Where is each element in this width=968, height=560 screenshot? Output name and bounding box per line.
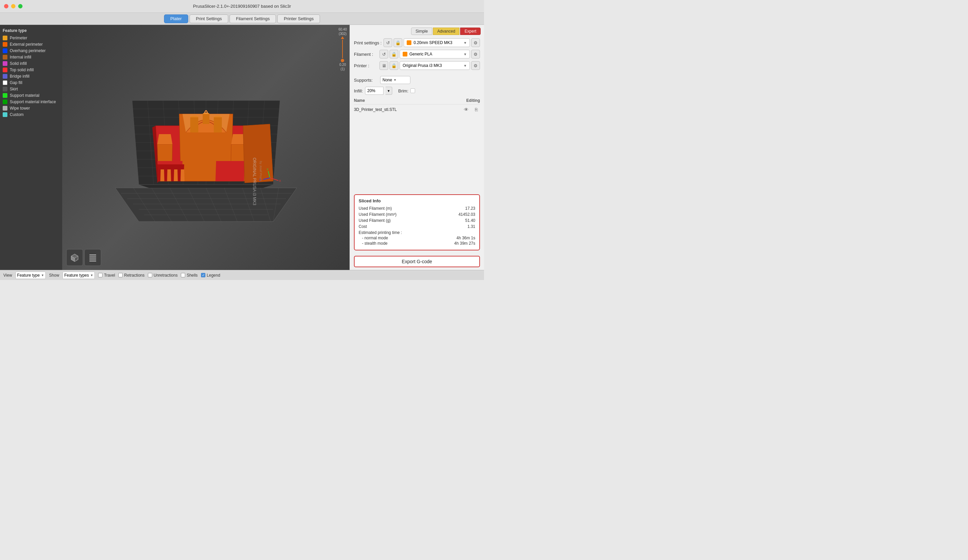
shells-checkbox-item[interactable]: Shells bbox=[181, 273, 197, 278]
viewport[interactable]: ORIGINAL PRUSA i3 MK3 by Josef Prusa X Y… bbox=[62, 25, 350, 270]
wipe-tower-color-swatch bbox=[3, 106, 7, 111]
brim-checkbox[interactable] bbox=[410, 88, 415, 93]
travel-checkbox-item[interactable]: Travel bbox=[98, 273, 115, 278]
filament-lock-icon[interactable]: 🔒 bbox=[390, 50, 398, 58]
scale-bottom-value: 0.20 bbox=[340, 63, 346, 66]
legend-item-skirt[interactable]: Skirt bbox=[3, 87, 60, 91]
eye-icon[interactable]: 👁 bbox=[462, 106, 470, 113]
sliced-info-title: Sliced Info bbox=[359, 198, 475, 203]
legend-item-bridge-infill[interactable]: Bridge infill bbox=[3, 74, 60, 79]
print-settings-dropdown[interactable]: 0.20mm SPEED MK3 ▼ bbox=[404, 38, 470, 47]
supports-dropdown[interactable]: None ▼ bbox=[380, 76, 410, 84]
print-time-stealth-value: 4h 39m 27s bbox=[454, 241, 475, 246]
legend-item-solid-infill[interactable]: Solid infill bbox=[3, 61, 60, 66]
filament-control: ↺ 🔒 Generic PLA ▼ ⚙ bbox=[380, 50, 480, 58]
tab-plater[interactable]: Plater bbox=[164, 15, 188, 23]
tab-filament-settings[interactable]: Filament Settings bbox=[230, 15, 276, 23]
svg-marker-0 bbox=[115, 188, 297, 222]
filament-gear-icon[interactable]: ⚙ bbox=[471, 50, 480, 58]
travel-checkbox[interactable] bbox=[98, 273, 103, 277]
edit-icon[interactable]: ⎘ bbox=[472, 106, 480, 113]
show-select[interactable]: Feature types ▼ bbox=[63, 272, 95, 279]
filament-value: Generic PLA bbox=[409, 52, 432, 56]
unretractions-checkbox-item[interactable]: Unretractions bbox=[148, 273, 177, 278]
filament-refresh-icon[interactable]: ↺ bbox=[380, 50, 388, 58]
legend-checkbox[interactable]: ✓ bbox=[201, 273, 206, 277]
infill-value: 20% bbox=[367, 88, 375, 93]
infill-arrow-button[interactable]: ▼ bbox=[386, 87, 392, 95]
info-value-3: 1.31 bbox=[467, 224, 475, 229]
external-perimeter-color-swatch bbox=[3, 42, 7, 47]
export-gcode-button[interactable]: Export G-code bbox=[354, 256, 480, 267]
supports-value: None bbox=[383, 78, 392, 82]
legend-item-overhang-perimeter[interactable]: Overhang perimeter bbox=[3, 48, 60, 53]
printer-arrow-icon: ▼ bbox=[464, 64, 467, 68]
printer-lock-icon[interactable]: 🔒 bbox=[390, 61, 398, 70]
show-select-arrow-icon: ▼ bbox=[90, 273, 93, 277]
support-material-interface-label: Support material interface bbox=[10, 99, 56, 104]
print-settings-refresh-icon[interactable]: ↺ bbox=[383, 38, 392, 47]
unretractions-checkbox[interactable] bbox=[148, 273, 152, 277]
mode-expert-button[interactable]: Expert bbox=[460, 28, 481, 35]
minimize-button[interactable] bbox=[11, 4, 15, 8]
custom-color-swatch bbox=[3, 112, 7, 117]
maximize-button[interactable] bbox=[18, 4, 23, 8]
print-settings-lock-icon[interactable]: 🔒 bbox=[394, 38, 402, 47]
tab-printer-settings[interactable]: Printer Settings bbox=[277, 15, 320, 23]
filament-dropdown[interactable]: Generic PLA ▼ bbox=[399, 50, 470, 58]
svg-marker-59 bbox=[215, 161, 245, 181]
legend-item-external-perimeter[interactable]: External perimeter bbox=[3, 42, 60, 47]
mode-simple-button[interactable]: Simple bbox=[411, 28, 432, 35]
left-panel: Feature type Perimeter External perimete… bbox=[0, 25, 62, 270]
support-material-color-swatch bbox=[3, 93, 7, 98]
skirt-label: Skirt bbox=[10, 87, 18, 91]
legend-item-internal-infill[interactable]: Internal infill bbox=[3, 55, 60, 60]
svg-rect-80 bbox=[90, 260, 96, 262]
layers-view-button[interactable] bbox=[85, 249, 101, 266]
canvas-3d[interactable]: ORIGINAL PRUSA i3 MK3 by Josef Prusa X Y… bbox=[62, 25, 350, 270]
printer-monitor-icon[interactable]: 🖥 bbox=[380, 61, 388, 70]
legend-item-top-solid-infill[interactable]: Top solid infill bbox=[3, 68, 60, 72]
printer-dropdown[interactable]: Original Prusa i3 MK3 ▼ bbox=[399, 61, 470, 70]
close-button[interactable] bbox=[4, 4, 8, 8]
view-select[interactable]: Feature type ▼ bbox=[15, 272, 46, 279]
mode-advanced-button[interactable]: Advanced bbox=[433, 28, 459, 35]
scale-bar bbox=[342, 40, 343, 58]
legend-item-gap-fill[interactable]: Gap fill bbox=[3, 80, 60, 85]
shells-checkbox[interactable] bbox=[181, 273, 185, 277]
print-settings-section: Print settings : ↺ 🔒 0.20mm SPEED MK3 ▼ … bbox=[350, 36, 484, 75]
retractions-checkbox[interactable] bbox=[118, 273, 123, 277]
legend-item-wipe-tower[interactable]: Wipe tower bbox=[3, 106, 60, 111]
3d-view-button[interactable] bbox=[66, 249, 83, 266]
scale-top-value: 60.40 bbox=[338, 28, 347, 31]
print-settings-gear-icon[interactable]: ⚙ bbox=[471, 38, 480, 47]
printer-gear-icon[interactable]: ⚙ bbox=[471, 61, 480, 70]
svg-text:Y: Y bbox=[267, 168, 269, 171]
file-name: 3D_Printer_test_stl.STL bbox=[354, 107, 396, 112]
tab-print-settings[interactable]: Print Settings bbox=[190, 15, 228, 23]
svg-marker-46 bbox=[157, 134, 172, 144]
gap-fill-color-swatch bbox=[3, 80, 7, 85]
legend-item-support-material[interactable]: Support material bbox=[3, 93, 60, 98]
print-settings-label: Print settings : bbox=[354, 40, 381, 45]
legend-item-support-material-interface[interactable]: Support material interface bbox=[3, 99, 60, 104]
internal-infill-color-swatch bbox=[3, 55, 7, 60]
external-perimeter-label: External perimeter bbox=[10, 42, 43, 47]
scale-bottom-circle bbox=[341, 59, 344, 62]
perimeter-color-swatch bbox=[3, 36, 7, 40]
printer-dropdown-text: Original Prusa i3 MK3 bbox=[403, 63, 442, 68]
legend-item-custom[interactable]: Custom bbox=[3, 112, 60, 117]
filament-row: Filament : ↺ 🔒 Generic PLA ▼ ⚙ bbox=[354, 50, 480, 58]
legend-checkbox-item[interactable]: ✓ Legend bbox=[201, 273, 220, 278]
filament-color-dot bbox=[403, 52, 407, 56]
print-time-stealth-label: - stealth mode bbox=[362, 241, 388, 246]
info-row-0: Used Filament (m) 17.23 bbox=[359, 206, 475, 211]
scale-bottom-parens: (1) bbox=[340, 67, 345, 71]
file-name-cell: 3D_Printer_test_stl.STL bbox=[354, 107, 396, 112]
retractions-checkbox-item[interactable]: Retractions bbox=[118, 273, 144, 278]
infill-label: Infill: bbox=[354, 88, 363, 93]
info-value-2: 51.40 bbox=[465, 218, 475, 223]
right-panel: Simple Advanced Expert Print settings : … bbox=[350, 25, 484, 270]
legend-item-perimeter[interactable]: Perimeter bbox=[3, 36, 60, 40]
legend-title: Feature type bbox=[3, 28, 60, 33]
